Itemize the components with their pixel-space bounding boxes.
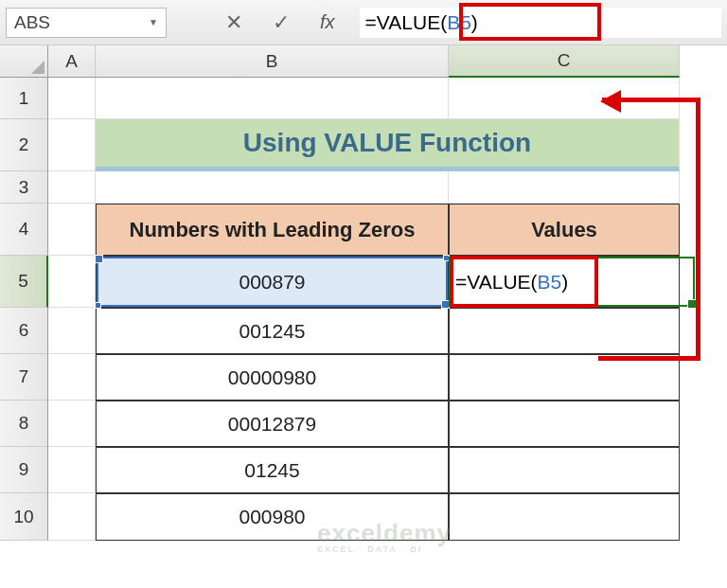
title-cell[interactable]: Using VALUE Function: [96, 119, 680, 171]
cell-formula-prefix: =VALUE(: [455, 271, 538, 293]
col-header-a[interactable]: A: [48, 45, 96, 78]
row-header-5[interactable]: 5: [0, 256, 48, 308]
cell-b3[interactable]: [96, 171, 449, 204]
cell-a7[interactable]: [48, 354, 96, 401]
formula-bar: ABS ▼ ✕ ✓ fx =VALUE(B5): [0, 0, 727, 45]
watermark-sub: EXCEL · DATA · BI: [317, 544, 452, 554]
cell-a4[interactable]: [48, 204, 96, 256]
cell-a9[interactable]: [48, 447, 96, 493]
cancel-icon[interactable]: ✕: [225, 10, 242, 35]
formula-bar-buttons: ✕ ✓ fx: [214, 10, 360, 35]
cell-c10[interactable]: [449, 493, 680, 541]
enter-icon[interactable]: ✓: [273, 10, 290, 35]
row-header-3[interactable]: 3: [0, 171, 48, 204]
cell-a1[interactable]: [48, 78, 96, 119]
cell-a2[interactable]: [48, 119, 96, 171]
formula-prefix: =VALUE(: [365, 11, 448, 33]
spreadsheet-grid[interactable]: A B C 1 2 3 4 5 6 7 8 9 10 Using VALUE F…: [0, 45, 727, 78]
cell-c6[interactable]: [449, 308, 680, 354]
name-box-dropdown-icon[interactable]: ▼: [149, 17, 158, 27]
col-header-b[interactable]: B: [96, 45, 449, 78]
cell-formula-suffix: ): [561, 271, 568, 293]
cell-c7[interactable]: [449, 354, 680, 401]
name-box-value: ABS: [14, 12, 50, 33]
cell-a8[interactable]: [48, 401, 96, 447]
cell-c8[interactable]: [449, 401, 680, 447]
cell-b8[interactable]: 00012879: [96, 401, 449, 447]
name-box[interactable]: ABS ▼: [6, 8, 167, 38]
formula-suffix: ): [471, 11, 478, 33]
formula-ref: B5: [447, 11, 471, 33]
cell-b7[interactable]: 00000980: [96, 354, 449, 401]
row-header-7[interactable]: 7: [0, 354, 48, 401]
cell-b9[interactable]: 01245: [96, 447, 449, 493]
fx-icon[interactable]: fx: [320, 11, 335, 33]
row-header-4[interactable]: 4: [0, 204, 48, 256]
cell-b6[interactable]: 001245: [96, 308, 449, 354]
cell-c5[interactable]: =VALUE(B5): [449, 256, 680, 308]
cell-b5[interactable]: 000879: [96, 256, 449, 308]
cell-a6[interactable]: [48, 308, 96, 354]
cell-a3[interactable]: [48, 171, 96, 204]
header-values[interactable]: Values: [449, 204, 680, 256]
cell-c3[interactable]: [449, 171, 680, 204]
row-header-1[interactable]: 1: [0, 78, 48, 119]
cell-b1[interactable]: [96, 78, 449, 119]
formula-input[interactable]: =VALUE(B5): [360, 8, 721, 38]
cell-a5[interactable]: [48, 256, 96, 308]
cell-c1[interactable]: [449, 78, 680, 119]
cell-a10[interactable]: [48, 493, 96, 541]
header-numbers[interactable]: Numbers with Leading Zeros: [96, 204, 449, 256]
cell-c9[interactable]: [449, 447, 680, 493]
cell-b10[interactable]: 000980: [96, 493, 449, 541]
col-header-c[interactable]: C: [449, 45, 680, 78]
cell-formula-ref: B5: [538, 271, 562, 293]
select-all-button[interactable]: [0, 45, 48, 78]
row-header-2[interactable]: 2: [0, 119, 48, 171]
row-header-9[interactable]: 9: [0, 447, 48, 493]
row-header-8[interactable]: 8: [0, 401, 48, 447]
row-header-6[interactable]: 6: [0, 308, 48, 354]
row-header-10[interactable]: 10: [0, 493, 48, 541]
